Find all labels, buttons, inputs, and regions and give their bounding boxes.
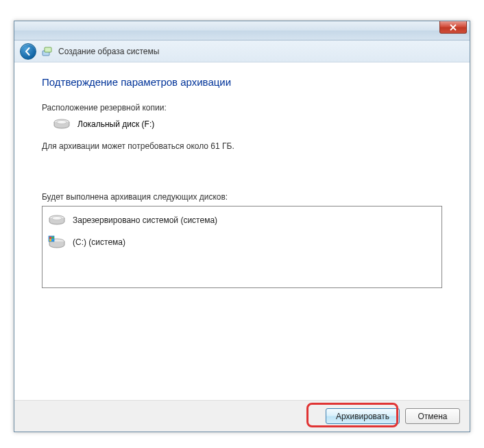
wizard-window: Создание образа системы Подтверждение па… (14, 21, 470, 432)
svg-rect-10 (49, 239, 51, 241)
footer-bar: Архивировать Отмена (14, 400, 470, 432)
header-bar: Создание образа системы (14, 40, 470, 62)
archive-button[interactable]: Архивировать (326, 408, 400, 424)
svg-rect-9 (52, 237, 54, 239)
disk-name: (C:) (система) (73, 237, 125, 247)
close-button[interactable] (439, 21, 467, 34)
backup-location-row: Локальный диск (F:) (53, 118, 442, 130)
system-drive-icon (48, 235, 66, 249)
hard-drive-icon (53, 118, 71, 130)
cancel-button[interactable]: Отмена (405, 408, 460, 424)
disks-list: Зарезервировано системой (система) (C:) … (42, 206, 442, 288)
titlebar (14, 21, 470, 40)
disk-name: Зарезервировано системой (система) (73, 215, 217, 225)
svg-point-5 (52, 217, 62, 220)
svg-rect-1 (45, 47, 51, 52)
back-button[interactable] (20, 43, 36, 60)
svg-rect-8 (49, 237, 51, 239)
hard-drive-icon (48, 213, 66, 227)
content-area: Подтверждение параметров архивации Распо… (14, 62, 470, 288)
svg-rect-11 (52, 239, 54, 241)
svg-point-3 (57, 121, 66, 124)
disk-row: (C:) (система) (45, 231, 439, 253)
close-icon (450, 24, 457, 31)
backup-location-value: Локальный диск (F:) (77, 119, 154, 129)
system-image-icon (42, 46, 53, 57)
backup-location-label: Расположение резервной копии: (42, 103, 442, 113)
disks-to-backup-label: Будет выполнена архивация следующих диск… (42, 192, 442, 202)
page-heading: Подтверждение параметров архивации (42, 76, 442, 88)
disk-row: Зарезервировано системой (система) (45, 209, 439, 231)
size-estimate-text: Для архивации может потребоваться около … (42, 141, 442, 151)
window-title: Создание образа системы (58, 47, 159, 56)
arrow-left-icon (23, 47, 33, 56)
